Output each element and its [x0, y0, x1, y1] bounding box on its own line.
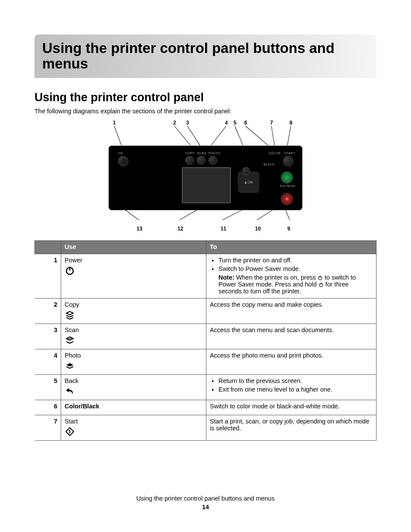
- diagram-callout-5: 5: [234, 120, 237, 126]
- row-number: 6: [35, 400, 61, 415]
- row-use-label: Scan: [65, 327, 202, 333]
- panel-display-screen: [182, 167, 231, 203]
- start-icon: [65, 426, 75, 437]
- row-to: Access the photo menu and print photos.: [206, 349, 377, 374]
- back-icon: [65, 386, 75, 396]
- panel-copy-button: [185, 156, 194, 165]
- row-use-label: Back: [65, 377, 202, 384]
- diagram-callout-2: 2: [173, 120, 176, 126]
- copy-icon: [65, 310, 75, 320]
- document-page: Using the printer control panel buttons …: [0, 0, 411, 532]
- panel-label-photo: PHOTO: [209, 152, 220, 155]
- table-header-num: [35, 240, 61, 254]
- table-row: 3ScanAccess the scan menu and scan docum…: [35, 324, 377, 349]
- row-use: Photo: [61, 349, 206, 374]
- panel-scan-button: [197, 156, 206, 165]
- panel-label-start: START: [284, 152, 295, 155]
- panel-label-scan: SCAN: [197, 152, 206, 155]
- control-panel-diagram: 12345678 ON COPY SCAN PHOTO COLOR START …: [34, 120, 377, 232]
- row-to: Start a print, scan, or copy job, depend…: [206, 415, 377, 440]
- control-panel-table: Use To 1PowerTurn the printer on and off…: [34, 240, 377, 441]
- note-prefix: Note:: [218, 274, 234, 281]
- power-icon: [318, 282, 324, 287]
- panel-start-button: [283, 156, 293, 166]
- row-use: Copy: [61, 298, 206, 324]
- list-item: Return to the previous screen.: [218, 377, 373, 384]
- table-row: 2CopyAccess the copy menu and make copie…: [35, 298, 377, 324]
- row-use-label: Start: [65, 418, 202, 425]
- row-use-label: Copy: [65, 301, 202, 308]
- row-use: Start: [61, 415, 206, 440]
- row-to-list: Return to the previous screen.Exit from …: [210, 377, 373, 393]
- photo-icon: [65, 361, 75, 371]
- list-item: Turn the printer on and off.: [218, 257, 373, 264]
- panel-label-color: COLOR: [269, 152, 280, 155]
- power-icon: [65, 265, 75, 276]
- table-row: 7StartStart a print, scan, or copy job, …: [35, 415, 377, 440]
- panel-label-eco: Eco Mode: [280, 184, 296, 187]
- diagram-callout-10: 10: [255, 226, 261, 232]
- panel-cancel-button: ✕: [281, 193, 293, 205]
- table-header-use: Use: [61, 240, 206, 254]
- panel-back-button: [242, 167, 250, 175]
- row-use: Scan: [61, 324, 206, 349]
- section-title: Using the printer control panel: [34, 91, 377, 104]
- power-icon: [318, 275, 323, 280]
- row-to: Switch to color mode or black-and-white …: [206, 400, 377, 415]
- table-row: 4PhotoAccess the photo menu and print ph…: [35, 349, 377, 374]
- table-header-to: To: [206, 240, 377, 254]
- list-item: Exit from one menu level to a higher one…: [218, 386, 373, 393]
- list-item: Switch to Power Saver mode.: [218, 265, 373, 272]
- panel-eco-button: [281, 171, 293, 184]
- row-note: Note: When the printer is on, press to s…: [210, 274, 373, 295]
- row-to-list: Turn the printer on and off.Switch to Po…: [210, 257, 373, 272]
- footer-page-number: 14: [0, 504, 411, 510]
- row-use: Color/Black: [61, 400, 206, 415]
- table-row: 6Color/BlackSwitch to color mode or blac…: [35, 400, 377, 415]
- panel-label-on: ON: [118, 152, 123, 155]
- row-number: 2: [35, 298, 61, 324]
- footer-title: Using the printer control panel buttons …: [0, 495, 411, 502]
- row-to: Access the copy menu and make copies.: [206, 298, 377, 324]
- page-footer: Using the printer control panel buttons …: [0, 495, 411, 510]
- diagram-callout-1: 1: [113, 120, 116, 126]
- diagram-callout-8: 8: [290, 120, 293, 126]
- diagram-callout-11: 11: [221, 226, 226, 232]
- panel-nav-pad: ▲OK: [238, 171, 259, 193]
- printer-panel-illustration: ON COPY SCAN PHOTO COLOR START BLACK Eco…: [109, 146, 302, 210]
- intro-text: The following diagrams explain the secti…: [34, 108, 377, 115]
- panel-label-black: BLACK: [264, 163, 274, 166]
- diagram-callout-7: 7: [270, 120, 273, 126]
- chapter-title-banner: Using the printer control panel buttons …: [34, 34, 377, 78]
- row-use-label: Photo: [65, 352, 202, 359]
- diagram-bottom-callouts: 131211109: [104, 215, 307, 232]
- row-use-label: Power: [65, 257, 202, 264]
- row-to: Return to the previous screen.Exit from …: [206, 374, 377, 400]
- diagram-callout-6: 6: [244, 120, 247, 126]
- table-row: 1PowerTurn the printer on and off.Switch…: [35, 254, 377, 298]
- row-number: 7: [35, 415, 61, 440]
- table-row: 5BackReturn to the previous screen.Exit …: [35, 374, 377, 400]
- diagram-callout-12: 12: [177, 226, 183, 232]
- row-number: 3: [35, 324, 61, 349]
- diagram-callout-3: 3: [186, 120, 189, 126]
- chapter-title: Using the printer control panel buttons …: [42, 40, 369, 72]
- diagram-callout-9: 9: [287, 226, 290, 232]
- row-use-label: Color/Black: [65, 403, 202, 410]
- diagram-callout-13: 13: [137, 226, 142, 232]
- row-number: 1: [35, 254, 61, 298]
- scan-icon: [65, 335, 75, 345]
- row-use: Back: [61, 374, 206, 400]
- panel-label-copy: COPY: [185, 152, 195, 155]
- row-to: Turn the printer on and off.Switch to Po…: [206, 254, 377, 298]
- row-number: 4: [35, 349, 61, 374]
- panel-power-button: [118, 156, 128, 166]
- row-to: Access the scan menu and scan documents.: [206, 324, 377, 349]
- row-number: 5: [35, 374, 61, 400]
- diagram-top-callouts: 12345678: [104, 120, 307, 146]
- row-use: Power: [61, 254, 206, 298]
- panel-photo-button: [209, 156, 217, 165]
- panel-label-ok: OK: [248, 180, 253, 184]
- diagram-callout-4: 4: [225, 120, 228, 126]
